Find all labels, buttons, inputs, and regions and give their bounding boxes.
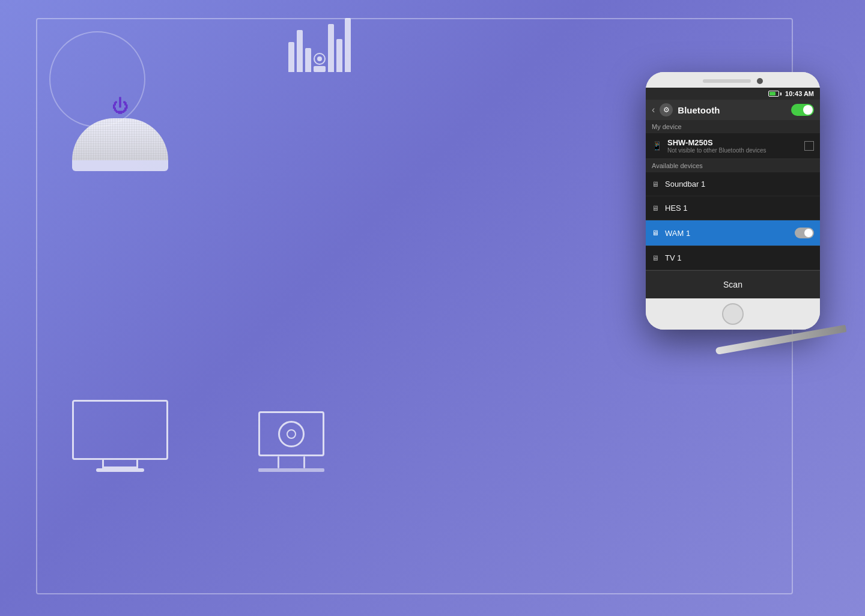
hes1-name: HES 1 [665,204,814,213]
router-dome-texture [72,118,168,160]
wam1-toggle-thumb [804,229,813,237]
phone-screen: 10:43 AM ‹ ⚙ Bluetooth My device 📱 [646,88,820,298]
my-device-row: 📱 SHW-M250S Not visible to other Bluetoo… [646,133,820,159]
tv-stand [102,460,138,468]
tv1-icon: 🖥 [652,254,659,262]
bar1 [288,42,294,72]
scan-button[interactable]: Scan [646,270,820,298]
bluetooth-title: Bluetooth [678,105,786,115]
soundbar1-row[interactable]: 🖥 Soundbar 1 [646,172,820,196]
wam1-toggle[interactable] [795,228,814,238]
soundbar1-name: Soundbar 1 [665,180,814,189]
bar4 [328,24,334,72]
speaker-bars [288,18,351,72]
soundbar1-icon: 🖥 [652,180,659,189]
available-devices-header: Available devices [646,159,820,172]
battery-fill [769,92,775,95]
speaker-base-line [258,468,324,472]
bar3 [305,48,311,72]
wam1-row[interactable]: 🖥 WAM 1 [646,220,820,246]
tv-base [96,468,144,472]
phone-speaker-grill [703,79,751,83]
hes1-row[interactable]: 🖥 HES 1 [646,196,820,220]
my-device-header: My device [646,120,820,133]
center-speaker [314,53,326,72]
scan-button-label: Scan [723,280,742,289]
battery-body [768,91,779,97]
settings-icon: ⚙ [660,103,673,116]
phone-camera [757,78,763,84]
router-dome [72,118,168,160]
tv-illustration [72,400,168,472]
hes1-icon: 🖥 [652,204,659,213]
device-name: SHW-M250S [667,138,800,147]
phone-container: 10:43 AM ‹ ⚙ Bluetooth My device 📱 [637,72,829,330]
tv1-row[interactable]: 🖥 TV 1 [646,246,820,270]
speaker-feet [278,456,305,468]
speaker-illustration [258,411,324,472]
phone-device: 10:43 AM ‹ ⚙ Bluetooth My device 📱 [646,72,820,330]
tv-screen [72,400,168,460]
device-phone-icon: 📱 [652,141,663,151]
phone-bottom [646,298,820,330]
status-time: 10:43 AM [785,90,814,97]
bluetooth-toggle[interactable] [791,104,814,116]
wam1-name: WAM 1 [665,229,789,238]
toggle-track[interactable] [791,104,814,116]
toggle-thumb [803,105,813,115]
bar2 [297,30,303,72]
soundbar-top-illustration [288,18,351,72]
device-checkbox[interactable] [804,141,814,151]
power-icon: ⏻ [112,96,129,116]
speaker-cone [278,421,305,447]
battery-tip [780,92,782,95]
device-status: Not visible to other Bluetooth devices [667,147,800,154]
speaker-box [258,411,324,456]
home-button[interactable] [722,303,744,325]
device-info: SHW-M250S Not visible to other Bluetooth… [667,138,800,154]
router-base [72,160,168,171]
status-bar: 10:43 AM [646,88,820,100]
tv1-name: TV 1 [665,253,814,262]
nav-bar: ‹ ⚙ Bluetooth [646,100,820,120]
speaker-cone-inner [287,429,296,439]
bar5 [336,39,342,72]
wam1-icon: 🖥 [652,229,659,237]
battery-icon [768,91,782,97]
phone-top-bar [646,72,820,88]
router-illustration: ⏻ [72,96,168,171]
back-button[interactable]: ‹ [652,104,655,115]
bar6 [345,18,351,72]
